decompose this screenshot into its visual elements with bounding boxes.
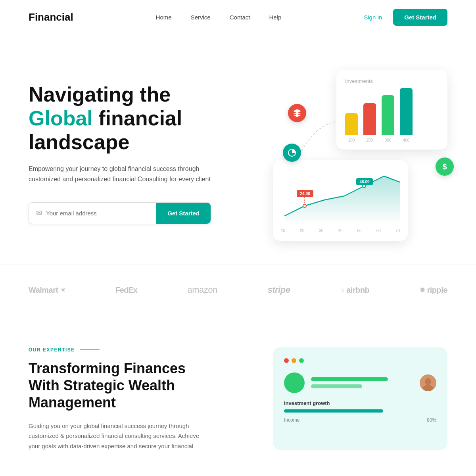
line-chart-svg: 24.08 48.09 [281,168,400,224]
x-label-60: 60 [376,228,381,233]
nav-contact[interactable]: Contact [230,14,250,21]
hero-title: Navigating the Global financiallandscape [29,83,219,154]
income-row: Income 80% [284,417,436,423]
expertise-section: OUR EXPERTISE Transforming Finances With… [0,315,476,467]
dashboard-card: Investment growth Income 80% [273,347,447,450]
nav-cta-button[interactable]: Get Started [393,9,447,26]
window-dot-green [299,358,304,363]
hero-description: Empowering your journey to global financ… [29,164,219,185]
expertise-description: Guiding you on your global financial suc… [29,421,203,451]
logos-section: Walmart ✳ FedEx amazon stripe ⌂ airbnb ❋… [0,265,476,315]
bar-line-2 [311,384,362,388]
investments-labels: 100200300400 [345,138,439,142]
logo-airbnb: ⌂ airbnb [340,286,369,295]
pie-icon [283,144,301,162]
x-label-10: 10 [281,228,285,233]
hero-left: Navigating the Global financiallandscape… [29,83,219,224]
investment-bar-label: 100 [345,138,358,142]
x-label-40: 40 [338,228,342,233]
nav-links: Home Service Contact Help [156,14,282,21]
fedex-text: FedEx [115,286,137,295]
nav-home[interactable]: Home [156,14,172,21]
email-icon: ✉ [36,209,42,217]
nav-service[interactable]: Service [191,14,211,21]
x-label-50: 50 [357,228,362,233]
investments-card: Investments 100200300400 [336,70,447,150]
expertise-title: Transforming Finances With Strategic Wea… [29,360,203,411]
expertise-left: OUR EXPERTISE Transforming Finances With… [29,347,203,451]
investment-bar-label: 300 [382,138,394,142]
hero-highlight: Global [29,107,93,130]
svg-point-4 [303,204,306,207]
x-label-20: 20 [300,228,304,233]
bar-line-1 [311,377,388,381]
x-label-30: 30 [319,228,323,233]
nav-help[interactable]: Help [269,14,281,21]
layers-icon [288,104,306,122]
expertise-tag: OUR EXPERTISE [29,347,203,353]
ripple-text: ripple [427,286,447,295]
airbnb-text: airbnb [346,286,369,295]
logo-ripple: ❋ ripple [420,286,447,295]
user-photo [420,374,436,391]
svg-text:24.08: 24.08 [300,192,310,196]
expertise-right: Investment growth Income 80% [273,347,447,450]
dashboard-row [284,372,436,393]
hero-section: Navigating the Global financiallandscape… [0,35,476,265]
window-dot-red [284,358,289,363]
line-chart-card: 24.08 48.09 10 20 30 40 50 60 70 [273,160,408,241]
svg-text:48.09: 48.09 [359,180,369,184]
nav-actions: Sign in Get Started [364,9,447,26]
logo-amazon: amazon [188,285,217,295]
svg-point-8 [363,184,366,188]
nav-logo: Financial [29,11,73,23]
stripe-text: stripe [267,285,290,295]
dashboard-bars [311,377,413,388]
investment-bar [363,103,376,135]
window-dots [284,358,436,363]
investments-bars [345,90,439,138]
investment-bar [382,95,394,135]
investment-bar [345,113,358,135]
walmart-star-icon: ✳ [61,287,65,293]
income-value: 80% [427,417,436,423]
hero-right: Investments 100200300400 [273,66,447,241]
svg-point-10 [425,378,431,385]
logo-stripe: stripe [267,285,290,295]
get-started-button[interactable]: Get Started [156,203,211,224]
investment-growth-label: Investment growth [284,400,436,406]
investments-title: Investments [345,78,439,84]
logo-walmart: Walmart ✳ [29,286,65,295]
signin-link[interactable]: Sign in [364,14,382,21]
chart-x-labels: 10 20 30 40 50 60 70 [281,228,400,233]
walmart-text: Walmart [29,286,58,295]
logo-fedex: FedEx [115,286,137,295]
airbnb-icon: ⌂ [340,286,344,294]
email-input-wrap: ✉ [29,203,156,224]
x-label-70: 70 [395,228,400,233]
investment-bar-label: 200 [363,138,376,142]
email-input[interactable] [46,203,149,224]
dollar-icon: $ [436,157,454,176]
avatar-circle [284,372,305,393]
navbar: Financial Home Service Contact Help Sign… [0,0,476,35]
window-dot-yellow [292,358,296,363]
investment-bar-label: 400 [400,138,413,142]
income-label: Income [284,417,299,423]
amazon-text: amazon [188,285,217,295]
investment-growth-bar [284,409,383,413]
email-form: ✉ Get Started [29,202,211,224]
investment-bar [400,88,413,135]
ripple-icon: ❋ [420,286,425,294]
